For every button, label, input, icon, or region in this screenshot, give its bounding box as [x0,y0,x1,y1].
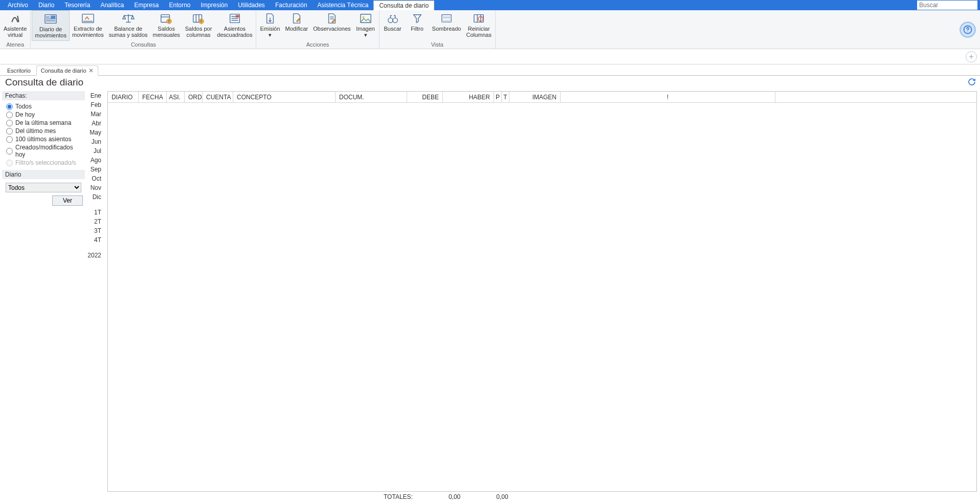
alpha-icon [8,12,23,25]
fechas-radio-3[interactable]: Del último mes [2,127,85,135]
year-item[interactable]: 2022 [87,251,103,260]
menu-item-facturación[interactable]: Facturación [270,1,313,10]
grid-col-asi[interactable]: ASI. [167,92,185,102]
saldos-mensuales-button[interactable]: €Saldosmensuales [150,10,183,41]
buscar-button[interactable]: Buscar [381,10,405,41]
main-menu-bar: ArchivoDiarioTesoreríaAnalíticaEmpresaEn… [0,0,980,10]
fechas-radio-input-5[interactable] [6,148,13,155]
filtro-button[interactable]: Filtro [405,10,430,41]
page-title: Consulta de diario [5,77,83,88]
totals-row: TOTALES: 0,00 0,00 [107,492,977,502]
fechas-radio-input-4[interactable] [6,136,13,143]
menu-item-tesorería[interactable]: Tesorería [59,1,95,10]
month-jun[interactable]: Jun [87,137,103,146]
reiniciar-columnas-button[interactable]: ReiniciarColumnas [463,10,494,41]
svg-point-29 [393,18,397,23]
fechas-radio-input-1[interactable] [6,112,13,118]
grid-col-concepto[interactable]: CONCEPTO [233,92,336,102]
fechas-radio-input-2[interactable] [6,120,13,126]
content-area: Fechas: TodosDe hoyDe la última semanaDe… [0,90,980,502]
modificar-button[interactable]: Modificar [283,10,311,41]
grid-col-docum[interactable]: DOCUM. [336,92,407,102]
month-abr[interactable]: Abr [87,119,103,128]
saldos-por-columnas-button[interactable]: €Saldos porcolumnas [183,10,215,41]
fechas-radio-0[interactable]: Todos [2,102,85,111]
month-mar[interactable]: Mar [87,110,103,119]
diario-movimientos-label: Diario demovimientos [35,26,66,38]
fechas-radio-1[interactable]: De hoy [2,111,85,119]
month-sep[interactable]: Sep [87,165,103,174]
tab-plus-bar: + [0,49,980,64]
grid-col-p[interactable]: P [494,92,502,102]
quarter-3t[interactable]: 3T [87,226,103,235]
menu-item-archivo[interactable]: Archivo [3,1,33,10]
month-dic[interactable]: Dic [87,192,103,202]
refresh-icon[interactable] [968,78,976,88]
month-nov[interactable]: Nov [87,183,103,192]
grid-col-debe[interactable]: DEBE [407,92,443,102]
quarter-1t[interactable]: 1T [87,208,103,217]
help-icon[interactable] [960,21,976,38]
data-grid[interactable]: DIARIOFECHAASI.ORD.CUENTACONCEPTODOCUM.D… [107,91,977,492]
quarter-2t[interactable]: 2T [87,217,103,226]
grid-col-[interactable]: ! [561,92,775,102]
close-icon[interactable]: ✕ [88,67,94,74]
fechas-radio-label-4: 100 últimos asientos [15,136,71,143]
add-tab-button[interactable]: + [966,51,977,62]
fechas-radio-4[interactable]: 100 últimos asientos [2,135,85,143]
ribbon-group-consultas: Diario demovimientosExtracto demovimient… [31,10,256,49]
balance-sumas-saldos-button[interactable]: Balance desumas y saldos [106,10,150,41]
asistente-virtual-button[interactable]: Asistentevirtual [1,10,29,41]
grid-col-diario[interactable]: DIARIO [108,92,139,102]
picture-icon [359,12,373,25]
extracto-movimientos-button[interactable]: Extracto demovimientos [70,10,106,41]
month-oct[interactable]: Oct [87,174,103,183]
month-jul[interactable]: Jul [87,146,103,156]
grid-col-haber[interactable]: HABER [443,92,494,102]
tab-consulta-de-diario[interactable]: Consulta de diario✕ [36,65,98,76]
menu-item-analítica[interactable]: Analítica [95,1,129,10]
grid-col-imagen[interactable]: IMAGEN [509,92,561,102]
menu-item-utilidades[interactable]: Utilidades [233,1,270,10]
grid-col-fecha[interactable]: FECHA [139,92,167,102]
funnel-icon [410,12,425,25]
emision-button[interactable]: Emisión▾ [257,10,282,41]
menu-item-entorno[interactable]: Entorno [164,1,195,10]
menu-item-impresión[interactable]: Impresión [195,1,233,10]
asientos-descuadrados-button[interactable]: Asientosdescuadrados [214,10,255,41]
ver-button[interactable]: Ver [52,195,83,206]
grid-header-row: DIARIOFECHAASI.ORD.CUENTACONCEPTODOCUM.D… [108,92,976,103]
menu-item-consulta-de-diario[interactable]: Consulta de diario [373,1,434,10]
grid-col-cuenta[interactable]: CUENTA [203,92,233,102]
buscar-label: Buscar [384,26,401,32]
grid-col-t[interactable]: T [502,92,509,102]
search-input[interactable] [917,1,977,10]
ribbon-group-label: Acciones [257,41,377,49]
imagen-button[interactable]: Imagen▾ [353,10,378,41]
month-ene[interactable]: Ene [87,91,103,100]
menu-search-container [917,1,977,10]
svg-rect-31 [442,16,451,18]
month-feb[interactable]: Feb [87,100,103,110]
tab-escritorio[interactable]: Escritorio [3,65,35,76]
quarter-4t[interactable]: 4T [87,235,103,245]
diario-select[interactable]: Todos [6,183,81,192]
sombreado-button[interactable]: Sombreado [430,10,464,41]
fechas-radio-2[interactable]: De la última semana [2,119,85,127]
grid-col-ord[interactable]: ORD. [185,92,203,102]
page-title-row: Consulta de diario [0,76,980,90]
fechas-radio-input-3[interactable] [6,128,13,135]
month-ago[interactable]: Ago [87,156,103,165]
ribbon-group-vista: BuscarFiltroSombreadoReiniciarColumnasVi… [380,10,496,49]
menu-item-diario[interactable]: Diario [33,1,59,10]
month-may[interactable]: May [87,128,103,137]
sombreado-label: Sombreado [432,26,461,32]
diario-movimientos-button[interactable]: Diario demovimientos [32,10,70,41]
page-note-icon [325,12,339,25]
menu-item-asistencia-técnica[interactable]: Asistencia Técnica [313,1,374,10]
menu-item-empresa[interactable]: Empresa [129,1,164,10]
fechas-radio-5[interactable]: Creados/modificados hoy [2,143,85,159]
observaciones-button[interactable]: Observaciones [310,10,353,41]
reset-cols-icon [472,12,486,25]
fechas-radio-input-0[interactable] [6,103,13,110]
